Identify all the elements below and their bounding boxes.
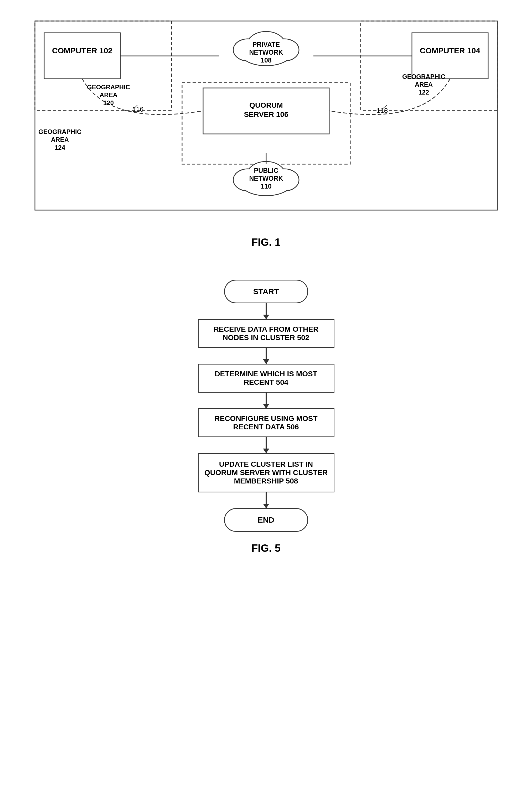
- svg-text:122: 122: [418, 89, 429, 96]
- svg-rect-3: [44, 33, 120, 79]
- svg-rect-5: [203, 88, 329, 134]
- svg-point-11: [234, 40, 261, 60]
- svg-point-21: [242, 173, 290, 195]
- arrow-5: [266, 493, 267, 508]
- svg-point-6: [246, 32, 286, 60]
- svg-text:NETWORK: NETWORK: [249, 175, 283, 182]
- svg-text:110: 110: [261, 182, 272, 190]
- end-terminal: END: [224, 508, 308, 532]
- step2-process: DETERMINE WHICH IS MOST RECENT 504: [198, 364, 335, 392]
- svg-point-14: [246, 161, 286, 190]
- svg-point-20: [271, 170, 298, 190]
- step2-label: DETERMINE WHICH IS MOST RECENT 504: [215, 370, 317, 387]
- svg-text:COMPUTER 102: COMPUTER 102: [52, 46, 112, 55]
- svg-point-12: [271, 40, 298, 60]
- svg-point-15: [233, 169, 262, 191]
- fig1-caption: FIG. 1: [30, 236, 502, 248]
- svg-rect-2: [182, 83, 350, 164]
- svg-point-7: [233, 39, 262, 61]
- svg-rect-0: [35, 21, 172, 110]
- fig5-caption: FIG. 5: [30, 542, 502, 554]
- svg-point-9: [241, 42, 291, 66]
- arrow-4: [266, 437, 267, 453]
- start-terminal: START: [224, 280, 308, 303]
- svg-text:GEOGRAPHIC: GEOGRAPHIC: [87, 83, 130, 91]
- svg-point-16: [270, 169, 299, 191]
- svg-rect-1: [361, 21, 497, 110]
- end-label: END: [258, 516, 274, 524]
- svg-point-8: [270, 39, 299, 61]
- arrow-3: [266, 392, 267, 408]
- svg-text:NETWORK: NETWORK: [249, 49, 283, 56]
- svg-text:QUORUM: QUORUM: [249, 101, 283, 109]
- svg-point-13: [242, 43, 290, 65]
- fig1-diagram: COMPUTER 102 COMPUTER 104 QUORUM SERVER …: [30, 16, 502, 231]
- fig1-container: COMPUTER 102 COMPUTER 104 QUORUM SERVER …: [30, 16, 502, 264]
- svg-text:COMPUTER 104: COMPUTER 104: [420, 46, 480, 55]
- svg-rect-4: [412, 33, 488, 79]
- svg-text:118: 118: [377, 107, 388, 115]
- svg-text:PRIVATE: PRIVATE: [252, 41, 280, 48]
- svg-text:108: 108: [261, 56, 272, 64]
- svg-text:AREA: AREA: [415, 81, 433, 88]
- svg-point-10: [247, 32, 285, 60]
- svg-text:PUBLIC: PUBLIC: [254, 167, 278, 174]
- step4-label: UPDATE CLUSTER LIST IN QUORUM SERVER WIT…: [204, 460, 328, 485]
- fig5-container: START RECEIVE DATA FROM OTHER NODES IN C…: [30, 280, 502, 559]
- step1-process: RECEIVE DATA FROM OTHER NODES IN CLUSTER…: [198, 319, 335, 348]
- svg-line-46: [133, 105, 137, 109]
- step3-label: RECONFIGURE USING MOST RECENT DATA 506: [214, 414, 317, 431]
- svg-point-19: [234, 170, 261, 190]
- start-label: START: [253, 287, 279, 296]
- svg-text:AREA: AREA: [51, 136, 69, 143]
- svg-line-48: [382, 105, 387, 110]
- svg-text:AREA: AREA: [99, 91, 117, 98]
- step4-process: UPDATE CLUSTER LIST IN QUORUM SERVER WIT…: [198, 453, 335, 493]
- svg-text:116: 116: [132, 105, 144, 113]
- page: COMPUTER 102 COMPUTER 104 QUORUM SERVER …: [0, 0, 532, 791]
- arrow-1: [266, 303, 267, 319]
- step1-label: RECEIVE DATA FROM OTHER NODES IN CLUSTER…: [214, 325, 318, 342]
- flowchart: START RECEIVE DATA FROM OTHER NODES IN C…: [30, 280, 502, 532]
- svg-rect-24: [35, 21, 497, 210]
- svg-point-18: [247, 162, 285, 190]
- svg-text:120: 120: [103, 99, 114, 107]
- svg-text:SERVER 106: SERVER 106: [244, 110, 288, 118]
- svg-text:124: 124: [54, 144, 65, 151]
- step3-process: RECONFIGURE USING MOST RECENT DATA 506: [198, 408, 335, 437]
- arrow-2: [266, 348, 267, 364]
- svg-text:GEOGRAPHIC: GEOGRAPHIC: [38, 128, 81, 135]
- svg-point-17: [241, 172, 291, 196]
- svg-text:GEOGRAPHIC: GEOGRAPHIC: [402, 73, 445, 80]
